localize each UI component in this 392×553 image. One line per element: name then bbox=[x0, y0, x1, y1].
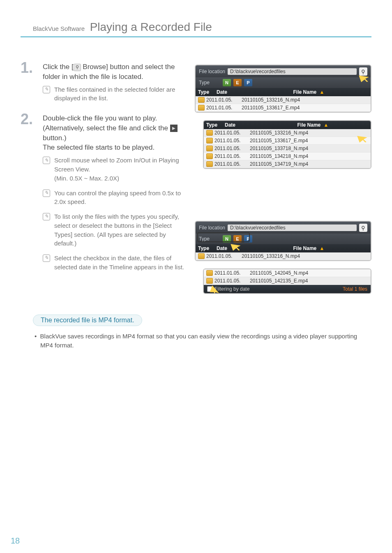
row-filename: 20110105_134218_N.mp4 bbox=[246, 153, 368, 159]
browse-button[interactable]: ⚲ bbox=[359, 224, 367, 232]
col-type[interactable]: Type bbox=[198, 245, 217, 251]
bullet-icon: • bbox=[35, 333, 37, 340]
table-row[interactable]: 2011.01.05.20110105_142135_E.mp4 bbox=[204, 277, 371, 285]
file-type-icon bbox=[206, 153, 213, 159]
table-row[interactable]: 2011.01.05.20110105_134719_N.mp4 bbox=[204, 160, 371, 168]
type-e-button[interactable]: E bbox=[233, 79, 242, 86]
title-prefix: BlackVue Software bbox=[33, 25, 85, 32]
title-main: Playing a Recorded File bbox=[90, 21, 212, 33]
row-date: 2011.01.05. bbox=[206, 105, 238, 111]
file-location-label: File location bbox=[199, 225, 225, 231]
callout-box: The recorded file is MP4 format. bbox=[33, 315, 142, 326]
row-filename: 20110105_133617_E.mp4 bbox=[246, 138, 368, 143]
type-p-button[interactable]: P bbox=[244, 235, 252, 243]
screenshot-2: Type Date File Name ▲ 2011.01.05.2011010… bbox=[203, 120, 371, 169]
type-e-button[interactable]: E bbox=[233, 235, 242, 243]
step-2-note-4: ✎ Select the checkbox in the date, the f… bbox=[43, 254, 185, 272]
step-1-number: 1. bbox=[21, 60, 37, 75]
col-type[interactable]: Type bbox=[206, 122, 225, 128]
table-row[interactable]: 2011.01.05.20110105_133617_E.mp4 bbox=[204, 137, 371, 145]
file-type-icon bbox=[206, 146, 213, 151]
note-icon: ✎ bbox=[43, 255, 50, 262]
step-2: 2. Double-click the file you want to pla… bbox=[21, 113, 185, 271]
col-date[interactable]: Date bbox=[225, 122, 258, 128]
file-type-icon bbox=[206, 161, 213, 167]
sort-asc-icon: ▲ bbox=[320, 89, 325, 95]
file-location-input[interactable]: D:\blackvue\recordedfiles bbox=[228, 224, 357, 231]
col-date[interactable]: Date bbox=[217, 89, 249, 95]
table-row[interactable]: 2011.01.05.20110105_142045_N.mp4 bbox=[204, 269, 371, 277]
col-filename[interactable]: File Name ▲ bbox=[258, 122, 368, 128]
note-icon: ✎ bbox=[43, 157, 50, 164]
table-row[interactable]: 2011.01.05.20110105_133617_E.mp4 bbox=[196, 104, 371, 112]
row-filename: 20110105_142045_N.mp4 bbox=[246, 270, 368, 276]
row-filename: 20110105_133216_N.mp4 bbox=[238, 253, 368, 259]
step-1-pre: Click the [ bbox=[43, 63, 74, 71]
col-type[interactable]: Type bbox=[198, 89, 217, 95]
row-date: 2011.01.05. bbox=[214, 278, 246, 284]
bullet-text: BlackVue saves recordings in MP4 format … bbox=[40, 333, 357, 349]
step-2-note-2: ✎ You can control the playing speed from… bbox=[43, 189, 185, 207]
step-2-note-3: ✎ To list only the files with the types … bbox=[43, 212, 185, 248]
table-row[interactable]: 2011.01.05.20110105_134218_N.mp4 bbox=[204, 153, 371, 160]
file-type-icon bbox=[198, 253, 205, 259]
file-type-icon bbox=[206, 278, 213, 284]
note-text: Scroll mouse wheel to Zoom In/Out in Pla… bbox=[54, 157, 179, 173]
row-date: 2011.01.05. bbox=[214, 146, 246, 151]
step-1: 1. Click the [⚲ Browse] button and selec… bbox=[21, 62, 185, 103]
row-date: 2011.01.05. bbox=[214, 130, 246, 136]
row-date: 2011.01.05. bbox=[214, 270, 246, 276]
type-p-button[interactable]: P bbox=[244, 79, 252, 86]
table-row[interactable]: 2011.01.05.20110105_133216_N.mp4 bbox=[204, 129, 371, 137]
filter-by-date-label: Filtering by date bbox=[214, 286, 249, 292]
file-type-icon bbox=[206, 138, 213, 143]
col-filename[interactable]: File Name ▲ bbox=[249, 245, 368, 251]
instruction-column: 1. Click the [⚲ Browse] button and selec… bbox=[21, 62, 185, 294]
step-2-number: 2. bbox=[21, 112, 37, 127]
row-filename: 20110105_142135_E.mp4 bbox=[246, 278, 368, 284]
screenshot-4: 2011.01.05.20110105_142045_N.mp4 2011.01… bbox=[203, 268, 371, 294]
step-2-body: Double-click the file you want to play. … bbox=[43, 113, 185, 153]
row-filename: 20110105_133216_N.mp4 bbox=[246, 130, 368, 136]
note-text: To list only the files with the types yo… bbox=[54, 212, 185, 248]
file-type-icon bbox=[198, 105, 205, 111]
table-row[interactable]: 2011.01.05.20110105_133718_N.mp4 bbox=[204, 145, 371, 153]
step-1-note-1: ✎ The files contained in the selected fo… bbox=[43, 85, 185, 103]
note-text: You can control the playing speed from 0… bbox=[54, 189, 185, 207]
note-text: Select the checkbox in the date, the fil… bbox=[54, 254, 185, 272]
step-2-note-1-text: Scroll mouse wheel to Zoom In/Out in Pla… bbox=[54, 156, 185, 183]
step-2-pre: Double-click the file you want to play. … bbox=[43, 114, 170, 132]
column-header: Type Date File Name ▲ bbox=[196, 244, 371, 252]
column-header: Type Date File Name ▲ bbox=[196, 88, 371, 96]
file-location-input[interactable]: D:\blackvue\recordedfiles bbox=[228, 68, 357, 75]
file-type-icon bbox=[198, 97, 205, 103]
bullet-note: • BlackVue saves recordings in MP4 forma… bbox=[21, 326, 371, 350]
column-header: Type Date File Name ▲ bbox=[204, 121, 371, 129]
type-n-button[interactable]: N bbox=[223, 79, 231, 86]
col-filename[interactable]: File Name ▲ bbox=[249, 89, 368, 95]
note-icon: ✎ bbox=[43, 213, 50, 220]
row-date: 2011.01.05. bbox=[206, 97, 238, 103]
screenshot-1: File location D:\blackvue\recordedfiles … bbox=[195, 65, 371, 113]
page-title-bar: BlackVue Software Playing a Recorded Fil… bbox=[21, 21, 371, 37]
step-2-line2: The selected file starts to be played. bbox=[43, 143, 154, 151]
browse-button[interactable]: ⚲ bbox=[359, 67, 367, 76]
row-filename: 20110105_133617_E.mp4 bbox=[238, 105, 368, 111]
screenshot-column: File location D:\blackvue\recordedfiles … bbox=[195, 62, 371, 294]
row-date: 2011.01.05. bbox=[214, 138, 246, 143]
step-2-note-1: ✎ Scroll mouse wheel to Zoom In/Out in P… bbox=[43, 156, 185, 183]
file-type-icon bbox=[206, 130, 213, 136]
note-icon: ✎ bbox=[43, 86, 50, 93]
row-filename: 20110105_134719_N.mp4 bbox=[246, 161, 368, 167]
note-sub: (Min. 0.5X ~ Max. 2.0X) bbox=[54, 175, 119, 182]
row-filename: 20110105_133216_N.mp4 bbox=[238, 97, 368, 103]
play-icon: ▶ bbox=[170, 125, 178, 132]
magnifier-icon: ⚲ bbox=[74, 64, 81, 71]
sort-asc-icon: ▲ bbox=[324, 122, 329, 128]
table-row[interactable]: 2011.01.05.20110105_133216_N.mp4 bbox=[196, 96, 371, 104]
screenshot-3: File location D:\blackvue\recordedfiles … bbox=[195, 221, 371, 261]
row-date: 2011.01.05. bbox=[214, 161, 246, 167]
type-n-button[interactable]: N bbox=[223, 235, 231, 243]
table-row[interactable]: 2011.01.05.20110105_133216_N.mp4 bbox=[196, 252, 371, 260]
note-icon: ✎ bbox=[43, 190, 50, 197]
